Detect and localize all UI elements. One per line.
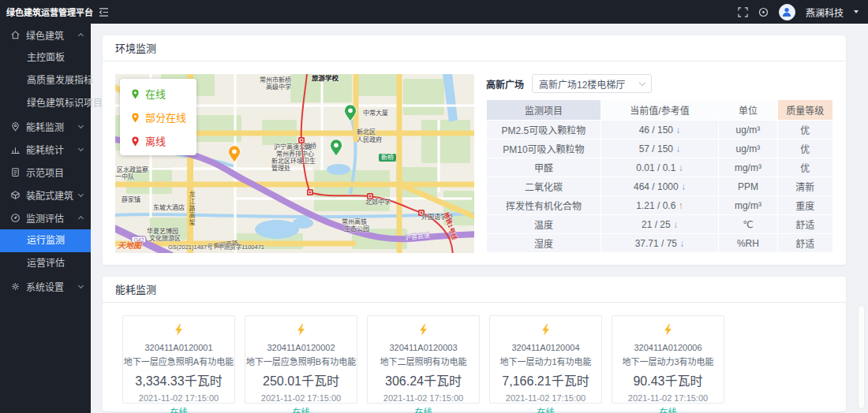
energy-card[interactable]: 320411A0120001地下一层应急照明A有功电能3,334.33千瓦时20…: [122, 315, 235, 404]
meter-name: 地下一层应急照明A有功电能: [123, 355, 234, 367]
cell-item: 甲醛: [487, 158, 601, 177]
cell-unit: ug/m³: [719, 121, 778, 140]
meter-timestamp: 2021-11-02 17:15:00: [123, 393, 234, 403]
sidebar-item-label: 监测评估: [26, 211, 64, 225]
sidebar-subitem-operation-eval[interactable]: 运营评估: [0, 252, 91, 275]
legend-label: 在线: [145, 86, 166, 101]
sidebar-item-energy-monitor[interactable]: 能耗监测: [0, 115, 91, 138]
station-label: 高新广场: [486, 77, 524, 91]
env-table-body: PM2.5可吸入颗粒物46 / 150 ↓ug/m³优PM10可吸入颗粒物57 …: [487, 121, 833, 253]
meter-status-badge: 在线: [368, 405, 479, 413]
cell-item: 二氧化碳: [487, 177, 601, 196]
cell-value: 1.21 / 0.6 ↑: [600, 196, 718, 215]
chevron-up-icon: [78, 33, 84, 39]
energy-card[interactable]: 320411A0120003地下二层照明有功电能306.24千瓦时2021-11…: [367, 315, 480, 404]
lightning-bolt-icon: [245, 324, 357, 339]
meter-value: 7,166.21千瓦时: [490, 370, 601, 389]
chevron-up-icon: [78, 216, 84, 221]
legend-item-offline: 离线: [130, 133, 186, 148]
env-table-row: 二氧化碳464 / 1000 ↓PPM清新: [487, 177, 833, 196]
energy-panel: 能耗监测 320411A0120001地下一层应急照明A有功电能3,334.33…: [103, 277, 846, 411]
menu-fold-icon[interactable]: [99, 8, 109, 17]
sidebar-item-green-building[interactable]: 绿色建筑: [0, 24, 91, 47]
cell-grade: 优: [777, 158, 832, 177]
sidebar-item-label: 绿色建筑: [26, 28, 64, 42]
cell-item: 挥发性有机化合物: [487, 196, 601, 215]
cell-unit: %RH: [719, 234, 778, 253]
sidebar-subitem-main-dashboard[interactable]: 主控面板: [0, 47, 91, 69]
env-table-row: PM2.5可吸入颗粒物46 / 150 ↓ug/m³优: [487, 121, 833, 140]
avatar[interactable]: [779, 4, 795, 20]
device-select[interactable]: 高新广场12楼电梯厅: [532, 74, 652, 93]
cell-item: PM2.5可吸入颗粒物: [487, 121, 601, 140]
cell-unit: mg/m³: [719, 158, 778, 177]
fullscreen-icon[interactable]: [738, 7, 748, 17]
sidebar-item-label: 装配式建筑: [26, 188, 73, 202]
meter-name: 地下一层动力3有功电能: [612, 355, 724, 367]
meter-name: 地下二层照明有功电能: [368, 355, 479, 367]
sidebar-item-system-settings[interactable]: 系统设置: [0, 275, 91, 298]
scrollbar-thumb[interactable]: [859, 306, 864, 408]
sidebar-subitem-hq-development-index[interactable]: 高质量发展指标: [0, 69, 91, 92]
energy-panel-title: 能耗监测: [103, 277, 846, 303]
env-right-column: 高新广场 高新广场12楼电梯厅 监测项目 当前值/参考值 单位 质量等级: [486, 74, 833, 253]
cell-grade: 优: [777, 140, 832, 158]
sidebar-item-prefab-building[interactable]: 装配式建筑: [0, 184, 91, 206]
env-table-row: PM10可吸入颗粒物57 / 150 ↓ug/m³优: [487, 140, 833, 158]
energy-card[interactable]: 320411A0120004地下一层动力1有功电能7,166.21千瓦时2021…: [489, 315, 602, 404]
sidebar-menu: 绿色建筑主控面板高质量发展指标绿色建筑标识项目能耗监测能耗统计示范项目装配式建筑…: [0, 24, 91, 413]
sidebar-item-label: 能耗统计: [26, 143, 64, 156]
cell-value: 46 / 150 ↓: [600, 121, 718, 140]
trend-up-icon: ↑: [679, 200, 683, 211]
cell-unit: mg/m³: [719, 196, 778, 215]
gauge-icon: [10, 213, 21, 223]
cell-value: 37.71 / 75 ↓: [600, 234, 718, 253]
trend-down-icon: ↓: [679, 238, 684, 249]
chevron-down-icon: [639, 79, 645, 85]
env-table-header-row: 监测项目 当前值/参考值 单位 质量等级: [487, 100, 833, 121]
settings-icon[interactable]: [758, 7, 769, 17]
chevron-down-icon: [78, 192, 84, 197]
map-pin-icon: [130, 87, 140, 100]
legend-item-partial-online: 部分在线: [130, 110, 186, 125]
trend-down-icon: ↓: [681, 181, 686, 192]
cell-grade: 清新: [777, 177, 832, 196]
legend-label: 离线: [145, 133, 166, 148]
env-table-row: 温度21 / 25 ↓℃舒适: [487, 215, 833, 234]
sidebar-item-demo-projects[interactable]: 示范项目: [0, 161, 91, 184]
map[interactable]: 旅游学校常州市新桥高级中学中常大厦新桥新北区人民政府新桥沪宁高速公路常州养排中心…: [115, 74, 474, 253]
meter-timestamp: 2021-11-02 17:15:00: [368, 393, 479, 403]
chevron-down-icon: [78, 123, 84, 128]
sidebar-item-label: 能耗监测: [26, 120, 64, 133]
user-icon: [781, 6, 792, 17]
sidebar-item-energy-stats[interactable]: 能耗统计: [0, 138, 91, 161]
energy-card[interactable]: 320411A0120002地下一层应急照明B有功电能250.01千瓦时2021…: [245, 315, 357, 404]
sidebar-subitem-run-monitor[interactable]: 运行监测: [0, 229, 91, 252]
cell-unit: PPM: [719, 177, 778, 196]
env-table: 监测项目 当前值/参考值 单位 质量等级 PM2.5可吸入颗粒物46 / 150…: [486, 99, 833, 253]
meter-value: 306.24千瓦时: [368, 370, 479, 389]
main-content: 环境监测: [91, 24, 868, 413]
lightning-bolt-icon: [368, 324, 479, 339]
sidebar-subitem-green-label-projects[interactable]: 绿色建筑标识项目: [0, 92, 91, 115]
cell-value: 21 / 25 ↓: [600, 215, 718, 234]
legend-item-online: 在线: [130, 86, 186, 101]
env-panel-body: 旅游学校常州市新桥高级中学中常大厦新桥新北区人民政府新桥沪宁高速公路常州养排中心…: [103, 61, 846, 265]
chart-icon: [10, 144, 21, 154]
trend-down-icon: ↓: [673, 219, 678, 230]
col-header-value: 当前值/参考值: [600, 100, 718, 121]
user-name[interactable]: 燕澜科技: [806, 6, 844, 19]
env-table-row: 甲醛0.01 / 0.1 ↓mg/m³优: [487, 158, 833, 177]
meter-status-badge: 在线: [245, 405, 357, 413]
cell-grade: 优: [777, 121, 832, 140]
chevron-down-icon: [78, 283, 84, 288]
cell-item: PM10可吸入颗粒物: [487, 140, 601, 158]
energy-card[interactable]: 320411A0120006地下一层动力3有功电能90.43千瓦时2021-11…: [612, 315, 724, 404]
sidebar-item-monitor-eval[interactable]: 监测评估: [0, 206, 91, 229]
meter-code: 320411A0120002: [245, 343, 357, 352]
cell-item: 温度: [487, 215, 601, 234]
meter-code: 320411A0120001: [123, 343, 234, 352]
meter-value: 250.01千瓦时: [245, 370, 357, 389]
cell-unit: ℃: [719, 215, 778, 234]
sidebar-item-label: 系统设置: [26, 280, 64, 293]
